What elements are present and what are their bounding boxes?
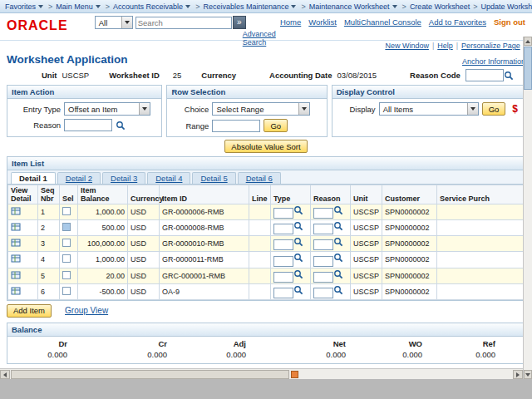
- sel-checkbox[interactable]: [62, 223, 71, 231]
- reason-lookup-icon[interactable]: [116, 121, 126, 131]
- type-input[interactable]: [273, 288, 293, 298]
- type-lookup-icon[interactable]: [293, 221, 303, 231]
- col-seq-nbr: Seq Nbr: [38, 185, 60, 204]
- add-to-favorites-link[interactable]: Add to Favorites: [429, 17, 486, 27]
- type-input[interactable]: [273, 256, 293, 267]
- balance-dr-label: Dr: [14, 339, 67, 348]
- breadcrumb-item-maintenance-worksheet[interactable]: Maintenance Worksheet: [309, 2, 390, 11]
- breadcrumb-item-receivables-maintenance[interactable]: Receivables Maintenance: [203, 2, 288, 11]
- type-input[interactable]: [273, 208, 293, 219]
- view-detail-icon[interactable]: [11, 238, 21, 248]
- tab-detail-5[interactable]: Detail 5: [192, 172, 235, 184]
- reason-cell-input[interactable]: [313, 239, 333, 250]
- home-link[interactable]: Home: [280, 17, 301, 27]
- sel-checkbox[interactable]: [62, 254, 71, 263]
- reason-input[interactable]: [64, 119, 112, 131]
- absolute-value-sort-button[interactable]: Absolute Value Sort: [224, 140, 307, 153]
- reason-lookup-icon[interactable]: [333, 205, 343, 215]
- reason-lookup-icon[interactable]: [333, 285, 343, 295]
- type-input[interactable]: [273, 239, 293, 250]
- reason-cell-input[interactable]: [313, 288, 333, 298]
- type-lookup-icon[interactable]: [293, 285, 303, 295]
- sel-checkbox[interactable]: [62, 207, 71, 215]
- vertical-scroll-thumb[interactable]: [524, 47, 532, 90]
- new-window-link[interactable]: New Window: [385, 42, 429, 50]
- view-detail-icon[interactable]: [11, 254, 21, 264]
- chevron-down-icon[interactable]: [139, 103, 150, 115]
- reason-cell-input[interactable]: [313, 256, 333, 267]
- personalize-page-link[interactable]: Personalize Page: [461, 42, 520, 50]
- breadcrumb-item-favorites[interactable]: Favorites: [5, 2, 36, 11]
- type-input[interactable]: [273, 224, 293, 234]
- chevron-down-icon[interactable]: [298, 103, 309, 115]
- range-input[interactable]: [212, 120, 260, 132]
- help-link[interactable]: Help: [437, 42, 453, 50]
- range-go-button[interactable]: Go: [264, 119, 288, 132]
- breadcrumb-item-accounts-receivable[interactable]: Accounts Receivable: [113, 2, 183, 11]
- reason-lookup-icon[interactable]: [333, 253, 343, 263]
- reason-cell-input[interactable]: [313, 224, 333, 234]
- tab-detail-6[interactable]: Detail 6: [238, 172, 281, 184]
- breadcrumb-item-main-menu[interactable]: Main Menu: [56, 2, 93, 11]
- entry-type-select[interactable]: Offset an Item: [64, 102, 150, 116]
- breadcrumb-item-update-worksheet[interactable]: Update Worksheet: [481, 2, 532, 11]
- chevron-down-icon[interactable]: [121, 17, 132, 28]
- add-item-button[interactable]: Add Item: [7, 304, 52, 318]
- vertical-scrollbar[interactable]: [523, 37, 532, 379]
- seq-nbr-cell: 5: [38, 268, 60, 283]
- scroll-up-arrow[interactable]: [524, 37, 532, 46]
- multichannel-console-link[interactable]: MultiChannel Console: [344, 17, 421, 27]
- tab-detail-3[interactable]: Detail 3: [102, 172, 145, 184]
- sel-checkbox[interactable]: [62, 239, 71, 247]
- scroll-down-arrow[interactable]: [524, 370, 532, 379]
- scroll-marker[interactable]: [291, 371, 298, 378]
- view-detail-icon[interactable]: [11, 270, 21, 280]
- tab-detail-1[interactable]: Detail 1: [11, 172, 56, 184]
- breadcrumb-item-create-worksheet[interactable]: Create Worksheet: [410, 2, 470, 11]
- reason-lookup-icon[interactable]: [333, 237, 343, 247]
- worklist-link[interactable]: Worklist: [308, 17, 337, 27]
- balance-wo-value: 0.000: [346, 350, 422, 359]
- reason-code-lookup-icon[interactable]: [504, 71, 514, 81]
- scroll-left-arrow[interactable]: [0, 370, 10, 379]
- view-detail-icon[interactable]: [11, 286, 21, 296]
- horizontal-scroll-thumb[interactable]: [11, 370, 289, 379]
- tab-detail-2[interactable]: Detail 2: [57, 172, 101, 184]
- chevron-down-icon[interactable]: [467, 103, 478, 115]
- item-action-groupbox: Item Action Entry Type Offset an Item Re…: [7, 85, 162, 137]
- sign-out-link[interactable]: Sign out: [494, 17, 525, 27]
- type-lookup-icon[interactable]: [293, 205, 303, 215]
- search-go-button[interactable]: »: [233, 16, 246, 29]
- type-lookup-icon[interactable]: [293, 237, 303, 247]
- scroll-right-arrow[interactable]: [513, 370, 523, 379]
- horizontal-scrollbar[interactable]: [0, 368, 523, 379]
- type-lookup-icon[interactable]: [293, 269, 303, 279]
- unit-label: Unit: [42, 71, 57, 80]
- sel-checkbox[interactable]: [62, 271, 71, 279]
- search-input[interactable]: [135, 17, 232, 29]
- choice-select[interactable]: Select Range: [212, 102, 310, 116]
- reason-cell-input[interactable]: [313, 272, 333, 283]
- anchor-information-link[interactable]: Anchor Information: [462, 57, 525, 66]
- reason-lookup-icon[interactable]: [333, 221, 343, 231]
- unit-cell: USCSP: [351, 252, 382, 268]
- item-list-table: View Detail Seq Nbr Sel Item Balance Cur…: [7, 185, 525, 300]
- type-lookup-icon[interactable]: [293, 253, 303, 263]
- display-go-button[interactable]: Go: [482, 102, 506, 116]
- display-select[interactable]: All Items: [379, 102, 479, 116]
- tab-detail-4[interactable]: Detail 4: [147, 172, 190, 184]
- view-detail-icon[interactable]: [11, 206, 21, 216]
- search-scope-select[interactable]: All: [95, 16, 133, 29]
- chevron-down-icon: [96, 5, 101, 11]
- balance-net-label: Net: [246, 339, 346, 348]
- reason-cell-input[interactable]: [313, 208, 333, 219]
- breadcrumb-separator: >: [473, 2, 477, 11]
- sel-checkbox[interactable]: [62, 287, 71, 295]
- reason-lookup-icon[interactable]: [333, 269, 343, 279]
- reason-code-input[interactable]: [466, 69, 504, 81]
- currency-icon[interactable]: $: [512, 103, 518, 115]
- type-input[interactable]: [273, 272, 293, 283]
- group-view-link[interactable]: Group View: [65, 306, 108, 315]
- view-detail-icon[interactable]: [11, 222, 21, 232]
- advanced-search-link[interactable]: Advanced Search: [243, 30, 280, 47]
